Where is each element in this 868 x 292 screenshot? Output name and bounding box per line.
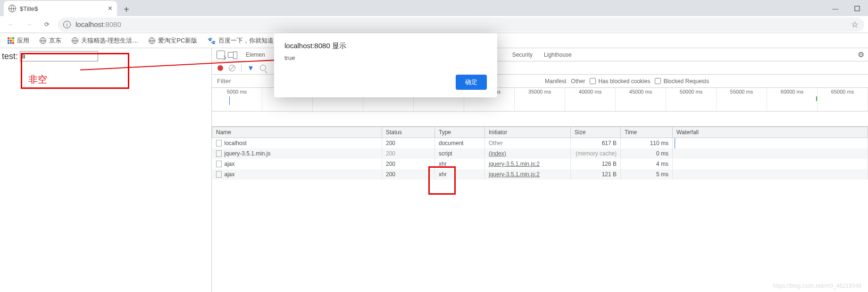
paw-icon: 🐾: [208, 37, 216, 44]
checkbox[interactable]: [655, 78, 661, 84]
checkbox[interactable]: [590, 78, 596, 84]
watermark: https://blog.csdn.net/m0_46219348: [773, 283, 861, 289]
timeline-tick: 5000 ms: [212, 88, 262, 112]
browser-tab[interactable]: $Title$ ×: [4, 1, 117, 16]
alert-title: localhost:8080 显示: [284, 42, 487, 51]
timeline-tick: 60000 ms: [767, 88, 818, 112]
bookmark-item[interactable]: 🐾百度一下，你就知道: [208, 36, 274, 45]
table-row[interactable]: jquery-3.5.1.min.js200script(index)(memo…: [212, 148, 868, 159]
cell-size: 121 B: [571, 169, 621, 180]
bookmark-label: 百度一下，你就知道: [218, 36, 274, 45]
filter-icon[interactable]: ▼: [247, 64, 254, 72]
timeline-tick: 50000 ms: [666, 88, 717, 112]
cell-status: 200: [382, 138, 435, 149]
url-text: localhost:8080: [75, 20, 121, 28]
separator: [241, 64, 242, 72]
file-icon: [216, 171, 222, 178]
file-icon: [216, 161, 222, 167]
back-button[interactable]: ←: [4, 17, 18, 32]
cell-name: ajax: [225, 161, 235, 167]
maximize-button[interactable]: [846, 1, 868, 16]
blocked-requests-label: Blocked Requests: [663, 78, 709, 85]
timeline-tick: 35000 ms: [515, 88, 565, 112]
annotation-text: 非空: [28, 73, 47, 86]
bookmark-label: 爱淘宝PC新版: [158, 36, 197, 45]
bookmark-label: 京东: [49, 36, 61, 45]
blocked-cookies-toggle[interactable]: Has blocked cookies: [590, 78, 650, 85]
column-header[interactable]: Type: [435, 127, 485, 138]
devtools-tab-lighthouse[interactable]: Lighthouse: [538, 48, 577, 61]
browser-toolbar: ← → ⟳ i localhost:8080 ☆: [0, 16, 868, 33]
timeline-tick: 65000 ms: [818, 88, 868, 112]
cell-waterfall: [673, 159, 868, 169]
cell-type: script: [435, 148, 485, 159]
cell-waterfall: [673, 169, 868, 180]
cell-initiator[interactable]: Other: [485, 138, 571, 149]
timeline-tick: 55000 ms: [717, 88, 767, 112]
timeline-tick: 45000 ms: [616, 88, 666, 112]
reload-button[interactable]: ⟳: [40, 17, 54, 32]
test-label: test:: [2, 52, 18, 61]
blocked-cookies-label: Has blocked cookies: [598, 78, 650, 85]
timeline-tick: 40000 ms: [565, 88, 616, 112]
gear-icon[interactable]: ⚙: [858, 50, 864, 59]
minimize-button[interactable]: —: [825, 1, 846, 16]
cell-initiator[interactable]: (index): [485, 148, 571, 159]
inspect-icon[interactable]: [217, 51, 225, 59]
column-header[interactable]: Time: [621, 127, 673, 138]
filter-manifest[interactable]: Manifest: [545, 78, 566, 85]
column-header[interactable]: Name: [212, 127, 382, 138]
column-header[interactable]: Initiator: [485, 127, 571, 138]
cell-type: xhr: [435, 159, 485, 169]
close-icon[interactable]: ×: [108, 4, 112, 13]
new-tab-button[interactable]: +: [120, 3, 133, 16]
column-header[interactable]: Waterfall: [673, 127, 868, 138]
table-row[interactable]: ajax200xhrjquery-3.5.1.min.js:2126 B4 ms: [212, 159, 868, 169]
filter-input[interactable]: [215, 77, 271, 86]
address-bar[interactable]: i localhost:8080 ☆: [58, 17, 864, 32]
device-toggle-icon[interactable]: [228, 52, 235, 58]
test-input[interactable]: [20, 51, 98, 61]
globe-icon: [40, 37, 46, 44]
globe-icon: [8, 5, 16, 12]
cell-size: 126 B: [571, 159, 621, 169]
cell-time: 4 ms: [621, 159, 673, 169]
table-row[interactable]: localhost200documentOther617 B110 ms: [212, 138, 868, 149]
filter-other[interactable]: Other: [571, 78, 585, 85]
cell-size: (memory cache): [571, 148, 621, 159]
devtools-tab-elements[interactable]: Elemen: [240, 48, 271, 61]
cell-time: 110 ms: [621, 138, 673, 149]
clear-icon[interactable]: [229, 65, 235, 71]
blocked-requests-toggle[interactable]: Blocked Requests: [655, 78, 709, 85]
timeline-marker: [229, 96, 230, 105]
cell-type: document: [435, 138, 485, 149]
alert-ok-button[interactable]: 确定: [456, 75, 487, 90]
apps-icon: [8, 37, 14, 44]
tab-title: $Title$: [20, 5, 104, 12]
bookmark-item[interactable]: 爱淘宝PC新版: [149, 36, 197, 45]
globe-icon: [72, 37, 78, 44]
bookmark-star-icon[interactable]: ☆: [851, 19, 859, 30]
cell-initiator[interactable]: jquery-3.5.1.min.js:2: [485, 169, 571, 180]
apps-shortcut[interactable]: 应用: [8, 36, 29, 45]
table-row[interactable]: ajax200xhrjquery-3.5.1.min.js:2121 B5 ms: [212, 169, 868, 180]
cell-type: xhr: [435, 169, 485, 180]
cell-time: 0 ms: [621, 148, 673, 159]
devtools-tab-security[interactable]: Security: [507, 48, 538, 61]
column-header[interactable]: Size: [571, 127, 621, 138]
js-alert-dialog: localhost:8080 显示 true 确定: [274, 33, 497, 97]
window-controls: —: [825, 1, 868, 16]
column-header[interactable]: Status: [382, 127, 435, 138]
file-icon: [216, 150, 222, 157]
record-icon[interactable]: [217, 65, 223, 71]
cell-size: 617 B: [571, 138, 621, 149]
bookmark-item[interactable]: 天猫精选-理想生活…: [72, 36, 138, 45]
forward-button[interactable]: →: [22, 17, 36, 32]
bookmark-item[interactable]: 京东: [40, 36, 61, 45]
cell-initiator[interactable]: jquery-3.5.1.min.js:2: [485, 159, 571, 169]
cell-status: 200: [382, 169, 435, 180]
site-info-icon[interactable]: i: [63, 21, 71, 28]
timeline-marker: [816, 96, 817, 101]
search-icon[interactable]: [260, 65, 266, 71]
cell-time: 5 ms: [621, 169, 673, 180]
